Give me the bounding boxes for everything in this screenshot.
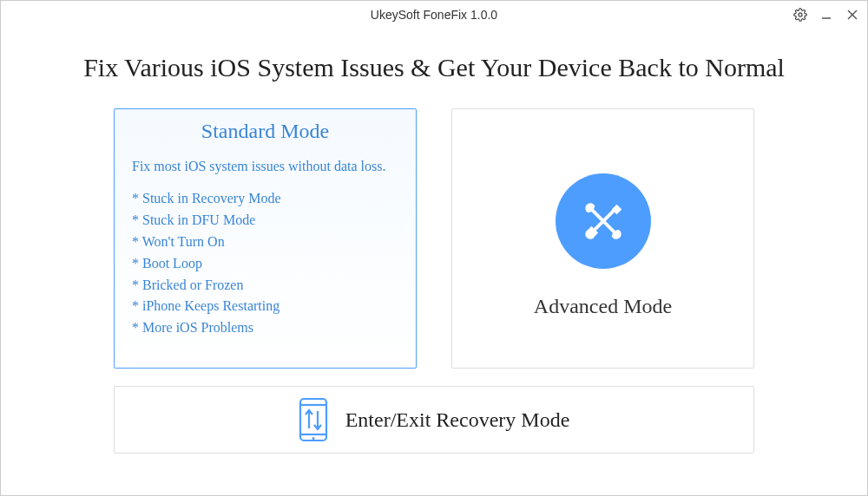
recovery-mode-label: Enter/Exit Recovery Mode	[345, 408, 570, 432]
list-item: * Boot Loop	[132, 253, 398, 275]
standard-mode-list: * Stuck in Recovery Mode * Stuck in DFU …	[132, 188, 398, 339]
list-item: * Won't Turn On	[132, 232, 398, 253]
tools-icon	[556, 173, 651, 269]
minimize-icon[interactable]	[819, 7, 834, 23]
svg-point-7	[312, 437, 314, 440]
recovery-mode-button[interactable]: Enter/Exit Recovery Mode	[114, 386, 754, 454]
list-item: * iPhone Keeps Restarting	[132, 296, 398, 317]
advanced-mode-card[interactable]: Advanced Mode	[451, 108, 754, 369]
titlebar: UkeySoft FoneFix 1.0.0	[1, 1, 867, 29]
content-area: Fix Various iOS System Issues & Get Your…	[1, 29, 867, 471]
window-controls	[792, 1, 860, 29]
close-icon[interactable]	[845, 7, 860, 23]
list-item: * Bricked or Frozen	[132, 275, 398, 297]
phone-arrows-icon	[299, 397, 328, 442]
svg-point-0	[799, 13, 802, 16]
standard-mode-description: Fix most iOS system issues without data …	[132, 157, 398, 176]
list-item: * Stuck in DFU Mode	[132, 210, 398, 232]
list-item: * More iOS Problems	[132, 317, 398, 339]
standard-mode-title: Standard Mode	[132, 120, 398, 143]
list-item: * Stuck in Recovery Mode	[132, 188, 398, 210]
advanced-mode-title: Advanced Mode	[534, 295, 672, 318]
settings-icon[interactable]	[792, 7, 808, 23]
mode-cards-row: Standard Mode Fix most iOS system issues…	[36, 108, 832, 369]
window-title: UkeySoft FoneFix 1.0.0	[371, 8, 497, 22]
page-title: Fix Various iOS System Issues & Get Your…	[36, 53, 832, 82]
standard-mode-card[interactable]: Standard Mode Fix most iOS system issues…	[114, 108, 417, 369]
